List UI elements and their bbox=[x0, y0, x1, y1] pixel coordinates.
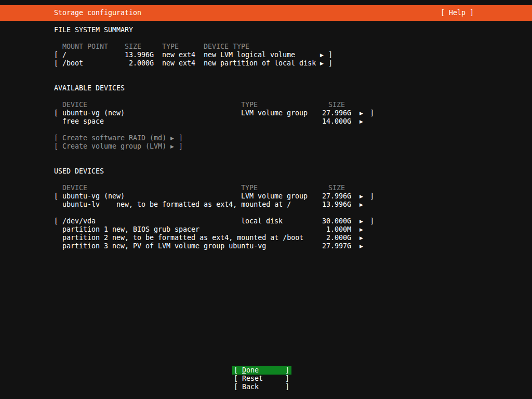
used-row-partition-1[interactable]: partition 1 new, BIOS grub spacer 1.000M… bbox=[0, 225, 532, 234]
row-menu-arrow-icon[interactable]: ▶ bbox=[360, 109, 363, 117]
type-value: LVM volume group bbox=[241, 192, 308, 201]
row-menu-arrow-icon[interactable]: ▶ bbox=[360, 225, 363, 234]
device-description: new, to be formatted as ext4, mounted at… bbox=[116, 201, 291, 209]
row-menu-arrow-icon[interactable]: ▶ bbox=[360, 217, 363, 225]
reset-button[interactable]: [ Reset ] bbox=[232, 374, 291, 383]
row-open-bracket: [ bbox=[54, 51, 58, 59]
button-open-bracket: [ bbox=[234, 374, 238, 383]
available-section-title: AVAILABLE DEVICES bbox=[0, 84, 532, 92]
size-value: 1.000M bbox=[301, 225, 351, 234]
col-device: DEVICE bbox=[62, 101, 87, 109]
device-description: new, PV of LVM volume group ubuntu-vg bbox=[112, 242, 266, 250]
device-value: free space bbox=[62, 117, 104, 126]
create-volume-group-button[interactable]: [ Create volume group (LVM) ▶ ] bbox=[0, 142, 532, 151]
used-row-partition-3[interactable]: partition 3 new, PV of LVM volume group … bbox=[0, 242, 532, 250]
row-menu-arrow-icon[interactable]: ▶ bbox=[360, 192, 363, 201]
size-value: 30.000G bbox=[301, 217, 351, 225]
row-close-bracket: ] bbox=[328, 59, 332, 68]
row-close-bracket: ] bbox=[370, 192, 374, 201]
row-open-bracket: [ bbox=[54, 109, 58, 117]
row-menu-arrow-icon: ▶ bbox=[170, 134, 174, 142]
size-value: 27.996G bbox=[301, 192, 351, 201]
create-volume-group-label: Create volume group (LVM) bbox=[62, 142, 166, 151]
filesystem-row-boot[interactable]: [ /boot 2.000G new ext4 new partition of… bbox=[0, 59, 532, 68]
back-button-label: Back bbox=[242, 382, 259, 391]
row-menu-arrow-icon[interactable]: ▶ bbox=[360, 242, 363, 250]
device-value: partition 1 bbox=[62, 225, 108, 234]
row-close-bracket: ] bbox=[328, 51, 332, 59]
reset-button-label: Reset bbox=[242, 374, 263, 383]
col-type: TYPE bbox=[241, 101, 258, 109]
device-value: ubuntu-vg (new) bbox=[62, 109, 125, 117]
row-menu-arrow-icon[interactable]: ▶ bbox=[320, 59, 324, 68]
button-close-bracket: ] bbox=[285, 374, 289, 383]
row-menu-arrow-icon: ▶ bbox=[170, 142, 174, 151]
device-value: partition 2 bbox=[62, 234, 108, 242]
button-open-bracket: [ bbox=[234, 382, 238, 391]
section-title-text: AVAILABLE DEVICES bbox=[54, 84, 125, 92]
row-menu-arrow-icon[interactable]: ▶ bbox=[360, 234, 363, 242]
row-open-bracket: [ bbox=[54, 134, 58, 142]
title-bar: Storage configuration [ Help ] bbox=[0, 5, 532, 21]
row-open-bracket: [ bbox=[54, 59, 58, 68]
row-menu-arrow-icon[interactable]: ▶ bbox=[360, 201, 363, 209]
button-close-bracket: ] bbox=[285, 366, 289, 375]
filesystem-table-header: MOUNT POINT SIZE TYPE DEVICE TYPE bbox=[0, 43, 532, 51]
used-table-header: DEVICE TYPE SIZE bbox=[0, 184, 532, 192]
col-size: SIZE bbox=[328, 101, 345, 109]
available-row-ubuntu-vg[interactable]: [ ubuntu-vg (new) LVM volume group 27.99… bbox=[0, 109, 532, 117]
col-type: TYPE bbox=[162, 43, 179, 51]
row-open-bracket: [ bbox=[54, 142, 58, 151]
page-title: Storage configuration bbox=[54, 5, 141, 21]
section-title-text: FILE SYSTEM SUMMARY bbox=[54, 26, 133, 34]
filesystem-section-title: FILE SYSTEM SUMMARY bbox=[0, 26, 532, 34]
used-section-title: USED DEVICES bbox=[0, 167, 532, 176]
row-open-bracket: [ bbox=[54, 192, 58, 201]
device-value: partition 3 bbox=[62, 242, 108, 250]
col-device-type: DEVICE TYPE bbox=[204, 43, 249, 51]
used-row-ubuntu-lv[interactable]: ubuntu-lv new, to be formatted as ext4, … bbox=[0, 201, 532, 209]
row-close-bracket: ] bbox=[179, 134, 183, 142]
type-value: LVM volume group bbox=[241, 109, 308, 117]
row-menu-arrow-icon[interactable]: ▶ bbox=[320, 51, 324, 59]
col-device: DEVICE bbox=[62, 184, 87, 192]
device-value: ubuntu-lv bbox=[62, 201, 100, 209]
mount-point-value: /boot bbox=[62, 59, 83, 68]
button-close-bracket: ] bbox=[285, 382, 289, 391]
filesystem-row-root[interactable]: [ / 13.996G new ext4 new LVM logical vol… bbox=[0, 51, 532, 59]
storage-configuration-screen: Storage configuration [ Help ] FILE SYST… bbox=[0, 0, 532, 399]
col-size: SIZE bbox=[328, 184, 345, 192]
create-raid-label: Create software RAID (md) bbox=[62, 134, 166, 142]
used-row-dev-vda[interactable]: [ /dev/vda local disk 30.000G ▶ ] bbox=[0, 217, 532, 225]
size-value: 2.000G bbox=[301, 234, 351, 242]
section-title-text: USED DEVICES bbox=[54, 167, 104, 176]
size-value: 13.996G bbox=[104, 51, 154, 59]
row-menu-arrow-icon[interactable]: ▶ bbox=[360, 117, 363, 126]
row-close-bracket: ] bbox=[179, 142, 183, 151]
device-type-value: new LVM logical volume bbox=[204, 51, 295, 59]
mount-point-value: / bbox=[62, 51, 66, 59]
create-raid-button[interactable]: [ Create software RAID (md) ▶ ] bbox=[0, 134, 532, 142]
size-value: 2.000G bbox=[104, 59, 154, 68]
size-value: 14.000G bbox=[301, 117, 351, 126]
size-value: 27.997G bbox=[301, 242, 351, 250]
done-button-label: Done bbox=[242, 366, 259, 375]
device-value: /dev/vda bbox=[62, 217, 96, 225]
button-open-bracket: [ bbox=[234, 366, 238, 375]
type-value: new ext4 bbox=[162, 51, 195, 59]
device-description: new, BIOS grub spacer bbox=[112, 225, 200, 234]
back-button[interactable]: [ Back ] bbox=[232, 382, 291, 391]
type-value: local disk bbox=[241, 217, 283, 225]
device-type-value: new partition of local disk bbox=[204, 59, 316, 68]
col-size: SIZE bbox=[125, 43, 141, 51]
col-mount-point: MOUNT POINT bbox=[62, 43, 108, 51]
done-button[interactable]: [ Done ] bbox=[232, 366, 291, 375]
used-row-partition-2[interactable]: partition 2 new, to be formatted as ext4… bbox=[0, 234, 532, 242]
row-close-bracket: ] bbox=[370, 217, 374, 225]
available-row-free-space[interactable]: free space 14.000G ▶ bbox=[0, 117, 532, 126]
used-row-ubuntu-vg[interactable]: [ ubuntu-vg (new) LVM volume group 27.99… bbox=[0, 192, 532, 201]
row-open-bracket: [ bbox=[54, 217, 58, 225]
help-button[interactable]: [ Help ] bbox=[441, 5, 474, 21]
size-value: 27.996G bbox=[301, 109, 351, 117]
available-table-header: DEVICE TYPE SIZE bbox=[0, 101, 532, 109]
